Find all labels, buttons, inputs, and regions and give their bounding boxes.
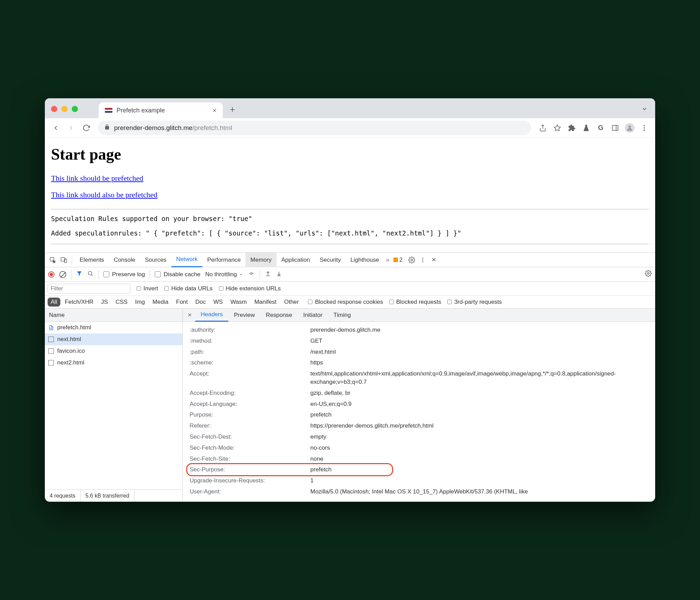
record-button[interactable] <box>48 271 54 278</box>
invert-checkbox[interactable]: Invert <box>137 285 158 292</box>
type-filter-doc[interactable]: Doc <box>192 298 209 307</box>
type-filter-media[interactable]: Media <box>149 298 171 307</box>
new-tab-button[interactable]: + <box>226 104 239 115</box>
type-filter-manifest[interactable]: Manifest <box>251 298 280 307</box>
forward-button[interactable] <box>65 122 77 134</box>
header-value: 1 <box>310 477 655 485</box>
settings-icon[interactable] <box>407 257 417 263</box>
side-panel-button[interactable] <box>609 122 621 134</box>
panel-tab-sources[interactable]: Sources <box>140 253 171 267</box>
back-button[interactable] <box>50 122 62 134</box>
panel-tab-performance[interactable]: Performance <box>202 253 246 267</box>
clear-button[interactable] <box>59 271 66 278</box>
blocked-requests-checkbox[interactable]: Blocked requests <box>389 299 441 306</box>
type-filter-other[interactable]: Other <box>281 298 302 307</box>
close-window-button[interactable] <box>51 106 57 112</box>
close-tab-button[interactable]: × <box>212 107 217 114</box>
detail-tab-headers[interactable]: Headers <box>195 309 228 322</box>
blocked-cookies-checkbox[interactable]: Blocked response cookies <box>308 299 383 306</box>
panel-tab-elements[interactable]: Elements <box>75 253 109 267</box>
browser-tab[interactable]: Prefetch example × <box>99 102 223 118</box>
header-value: gzip, deflate, br <box>310 389 655 397</box>
header-value: prerender-demos.glitch.me <box>310 326 655 334</box>
request-row[interactable]: next2.html <box>45 357 182 369</box>
svg-point-20 <box>648 273 649 274</box>
thirdparty-checkbox[interactable]: 3rd-party requests <box>447 299 502 306</box>
network-body: Name prefetch.htmlnext.htmlfavicon.icone… <box>45 309 655 502</box>
panel-tab-memory[interactable]: Memory <box>246 253 276 267</box>
more-panels-icon[interactable]: » <box>386 257 389 263</box>
search-icon[interactable] <box>87 270 93 278</box>
status-line-1: Speculation Rules supported on your brow… <box>51 215 649 222</box>
name-column-header[interactable]: Name <box>45 309 182 322</box>
google-apps-icon[interactable]: G <box>594 122 607 134</box>
detail-tab-initiator[interactable]: Initiator <box>298 309 328 322</box>
warnings-badge[interactable]: 2 <box>393 257 402 263</box>
header-row: :method:GET <box>183 336 655 347</box>
inspect-icon[interactable] <box>48 257 58 263</box>
bookmark-button[interactable] <box>551 122 563 134</box>
address-bar[interactable]: prerender-demos.glitch.me/prefetch.html <box>98 121 531 135</box>
wifi-icon[interactable] <box>248 270 255 279</box>
svg-rect-2 <box>612 125 618 130</box>
panel-tab-console[interactable]: Console <box>109 253 140 267</box>
profile-button[interactable] <box>623 122 636 134</box>
request-name: prefetch.html <box>57 324 91 331</box>
reload-button[interactable] <box>80 122 92 134</box>
header-row: :path:/next.html <box>183 347 655 358</box>
filter-input[interactable] <box>48 284 130 293</box>
throttling-select[interactable]: No throttling <box>205 271 243 278</box>
type-filter-ws[interactable]: WS <box>210 298 226 307</box>
panel-tab-application[interactable]: Application <box>277 253 315 267</box>
header-name: Referer: <box>190 422 310 430</box>
minimize-window-button[interactable] <box>61 106 68 112</box>
request-row[interactable]: favicon.ico <box>45 345 182 357</box>
header-value: Mozilla/5.0 (Macintosh; Intel Mac OS X 1… <box>310 488 655 496</box>
header-name: Sec-Fetch-Dest: <box>190 433 310 441</box>
prefetch-link-2[interactable]: This link should also be prefetched <box>51 190 158 199</box>
type-filter-wasm[interactable]: Wasm <box>227 298 250 307</box>
hide-data-urls-checkbox[interactable]: Hide data URLs <box>164 285 213 292</box>
document-icon <box>48 325 54 330</box>
share-button[interactable] <box>537 122 549 134</box>
extensions-button[interactable] <box>566 122 578 134</box>
type-filter-font[interactable]: Font <box>173 298 191 307</box>
type-filter-css[interactable]: CSS <box>112 298 131 307</box>
device-toggle-icon[interactable] <box>59 257 69 263</box>
filter-icon[interactable] <box>76 270 82 278</box>
network-toolbar: Preserve log Disable cache No throttling <box>45 267 655 282</box>
close-devtools-button[interactable]: ✕ <box>429 256 439 263</box>
download-har-icon[interactable] <box>276 270 282 278</box>
tab-list-chevron-icon[interactable] <box>641 106 648 113</box>
header-value: https://prerender-demos.glitch.me/prefet… <box>310 422 655 430</box>
kebab-menu-icon[interactable] <box>418 257 428 263</box>
type-filter-fetchxhr[interactable]: Fetch/XHR <box>62 298 97 307</box>
type-filter-js[interactable]: JS <box>98 298 111 307</box>
type-filter-img[interactable]: Img <box>132 298 148 307</box>
window-controls <box>51 106 78 112</box>
maximize-window-button[interactable] <box>72 106 78 112</box>
detail-tab-timing[interactable]: Timing <box>328 309 356 322</box>
header-name: Sec-Purpose: <box>190 466 310 474</box>
type-filter-all[interactable]: All <box>48 298 60 307</box>
labs-button[interactable] <box>580 122 592 134</box>
network-status-bar: 4 requests 5.6 kB transferred <box>45 489 182 502</box>
panel-tab-security[interactable]: Security <box>315 253 346 267</box>
hide-extension-urls-checkbox[interactable]: Hide extension URLs <box>219 285 281 292</box>
header-row: :scheme:https <box>183 357 655 368</box>
upload-har-icon[interactable] <box>265 270 271 278</box>
panel-tab-lighthouse[interactable]: Lighthouse <box>346 253 384 267</box>
menu-button[interactable] <box>638 122 650 134</box>
header-value: text/html,application/xhtml+xml,applicat… <box>310 370 655 386</box>
panel-tab-network[interactable]: Network <box>171 253 202 267</box>
status-line-2: Added speculationrules: " { "prefetch": … <box>51 229 649 237</box>
detail-tab-response[interactable]: Response <box>260 309 298 322</box>
close-detail-button[interactable]: × <box>185 311 194 319</box>
network-settings-icon[interactable] <box>645 270 652 279</box>
request-row[interactable]: prefetch.html <box>45 322 182 333</box>
preserve-log-checkbox[interactable]: Preserve log <box>103 271 145 278</box>
prefetch-link-1[interactable]: This link should be prefetched <box>51 174 143 183</box>
detail-tab-preview[interactable]: Preview <box>228 309 260 322</box>
disable-cache-checkbox[interactable]: Disable cache <box>155 271 200 278</box>
request-row[interactable]: next.html <box>45 333 182 345</box>
